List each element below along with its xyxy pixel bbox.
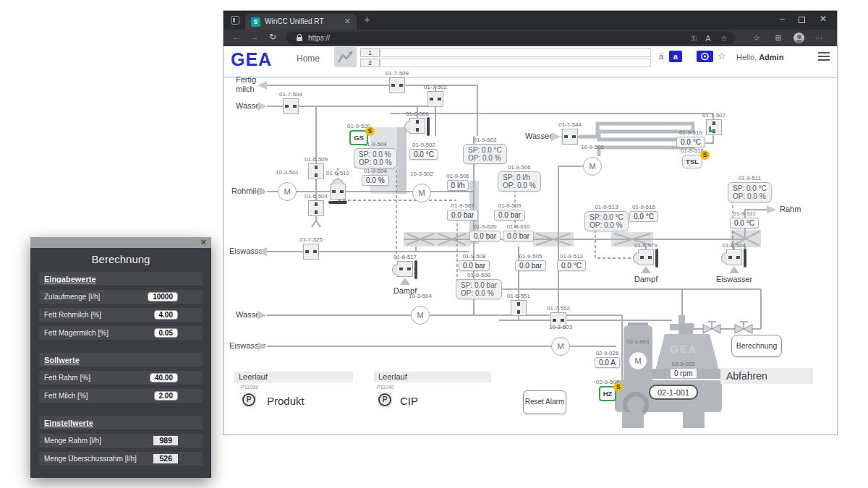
valve-01-7-507[interactable]: 01-7-507: [706, 119, 722, 135]
nav-home[interactable]: Home: [297, 53, 320, 64]
valve-01-7-544[interactable]: 01-7-544: [562, 129, 578, 145]
valve-01-7-502[interactable]: 01-7-502: [427, 91, 443, 107]
new-tab-button[interactable]: +: [364, 13, 370, 25]
instrument-01-9-511[interactable]: 01-9-5110.0 °C: [730, 210, 759, 228]
instrument-value: SP: 0.0 °COP: 0.0 %: [728, 182, 772, 202]
profile-avatar[interactable]: [793, 33, 804, 43]
instrument-01-9-508[interactable]: 01-9-508SP: 0.0 barOP: 0.0 %: [456, 272, 502, 299]
user-greeting: Hello,Admin: [736, 53, 783, 61]
valve-01-6-551[interactable]: 01-6-551: [511, 300, 527, 316]
instrument-01-9-506[interactable]: 01-9-5060 l/h: [446, 173, 469, 191]
back-icon[interactable]: ←: [232, 32, 241, 42]
maximize-button[interactable]: [799, 17, 805, 23]
refresh-icon[interactable]: ↻: [269, 32, 276, 42]
motor-10-3-503[interactable]: M10-3-503: [551, 337, 570, 356]
product-p-icon[interactable]: P: [242, 393, 256, 407]
close-button[interactable]: ✕: [820, 14, 827, 24]
collections-icon[interactable]: ⊞: [773, 33, 783, 43]
instrument-01-9-515[interactable]: 01-9-5150.0 °C: [629, 204, 658, 222]
status-field-separator[interactable]: Abfahren: [720, 368, 813, 384]
dialog-value-input[interactable]: 40.00: [150, 373, 178, 382]
instrument-tag: 01-9-506: [446, 173, 469, 179]
instrument-01-9-513[interactable]: 01-9-513SP: 0.0 °COP: 0.0 %: [584, 204, 629, 231]
dialog-section-heading: Einstellwerte: [39, 416, 203, 429]
status-box-01-9-516[interactable]: 01-9-516TSLS: [681, 147, 704, 168]
motor-10-3-501[interactable]: M10-3-501: [278, 182, 297, 201]
instrument-01-9-507[interactable]: 01-9-5070.0 bar: [447, 202, 478, 221]
instrument-01-9-610[interactable]: 01-9-6100.0 bar: [503, 223, 534, 241]
tab-actions-icon[interactable]: [231, 16, 239, 25]
valve-01-6-510[interactable]: 01-6-510: [330, 184, 346, 200]
separator-nameplate[interactable]: 02-1-001: [649, 385, 698, 400]
trend-button[interactable]: [334, 47, 357, 67]
browser-tab[interactable]: S WinCC Unified RT ✕: [245, 14, 357, 30]
instrument-02-9-026[interactable]: 02-9-0260.0 A: [595, 350, 620, 368]
motor-02-1-001[interactable]: M02-1-001: [629, 351, 647, 370]
instrument-01-9-506[interactable]: 01-9-506SP: 0 l/hOP: 0.0 %: [498, 164, 541, 192]
dialog-value-input[interactable]: 10000: [148, 292, 178, 301]
status-box-02-9-501[interactable]: 02-9-501HZS: [596, 379, 619, 401]
instrument-02-9-022[interactable]: 02-9-0220 rpm: [670, 361, 697, 379]
instrument-01-9-509[interactable]: 01-9-5090.0 bar: [494, 202, 525, 221]
read-aloud-icon[interactable]: A: [703, 33, 713, 43]
instrument-01-9-502[interactable]: 01-9-502SP: 0.0 °COP: 0.0 %: [463, 137, 507, 164]
instrument-01-9-513[interactable]: 01-9-5130.0 °C: [557, 253, 586, 271]
tab-close-icon[interactable]: ✕: [344, 17, 351, 26]
valve-01-6-509[interactable]: 01-6-509: [308, 163, 324, 179]
valve-01-6-579[interactable]: 01-6-579Dampf: [638, 249, 654, 265]
instrument-tag: 01-9-505: [519, 253, 542, 260]
dialog-value-input[interactable]: 4.00: [154, 310, 178, 320]
cip-tag: P11040: [377, 385, 394, 390]
forward-icon[interactable]: →: [250, 32, 259, 42]
alarm-row-1-index[interactable]: 1: [360, 48, 380, 57]
minimize-button[interactable]: –: [780, 14, 785, 24]
instrument-01-9-504[interactable]: 01-9-5040.0 %: [362, 168, 389, 186]
alarm-row-1[interactable]: [380, 48, 651, 57]
instrument-value: SP: 0 l/hOP: 0.0 %: [498, 171, 541, 192]
dialog-value-input[interactable]: 2.00: [154, 391, 178, 401]
instrument-01-9-516[interactable]: 01-9-5160.0 °C: [676, 129, 705, 147]
menu-icon[interactable]: [818, 52, 830, 63]
berechnung-button[interactable]: Berechnung: [731, 335, 782, 357]
instrument-tag: 02-9-022: [672, 361, 695, 367]
status-box-01-9-520[interactable]: 01-9-520GSS: [347, 123, 370, 145]
motor-10-9-502[interactable]: M10-9-502: [583, 157, 602, 176]
instrument-01-9-502[interactable]: 01-9-5020.0 °C: [409, 142, 438, 160]
lock-icon: [297, 37, 302, 41]
favorites-bar-icon[interactable]: ☆: [752, 33, 762, 43]
dialog-close-icon[interactable]: ✕: [200, 238, 207, 247]
instrument-01-9-620[interactable]: 01-9-6200.0 bar: [469, 223, 501, 241]
motor-10-3-504[interactable]: M10-3-504: [411, 306, 430, 325]
status-field-product[interactable]: Leerlauf: [234, 372, 353, 382]
tab-title: WinCC Unified RT: [265, 17, 324, 25]
instrument-01-9-505[interactable]: 01-9-5050.0 bar: [515, 253, 546, 271]
reset-alarm-button[interactable]: Reset Alarm: [523, 390, 566, 414]
dialog-section-heading: Sollwerte: [39, 353, 203, 367]
favorites-star-icon[interactable]: ☆: [718, 51, 726, 61]
motor-10-3-502[interactable]: M10-3-502: [412, 184, 431, 202]
instrument-01-9-511[interactable]: 01-9-511SP: 0.0 °COP: 0.0 %: [728, 175, 772, 202]
settings-menu-icon[interactable]: ⋯: [814, 33, 824, 43]
valve-01-6-524[interactable]: 01-6-524Eiswasser: [726, 249, 742, 265]
valve-01-7-525[interactable]: 01-7-525: [303, 244, 319, 260]
status-field-cip[interactable]: Leerlauf: [374, 372, 491, 382]
language-badge[interactable]: a: [669, 51, 682, 62]
dialog-row-label: Fett Milch [%]: [39, 392, 88, 400]
valve-01-6-506[interactable]: 01-6-506: [409, 118, 425, 134]
valve-01-7-504[interactable]: 01-7-504: [283, 98, 299, 114]
valve-seat-mark: [399, 84, 403, 87]
valve-01-7-509[interactable]: 01-7-509: [389, 77, 405, 93]
dialog-titlebar[interactable]: ✕: [30, 237, 211, 248]
alarm-row-2[interactable]: [380, 59, 651, 67]
address-bar[interactable]: https:// ⚿ A ☆: [286, 32, 735, 44]
instrument-01-9-508[interactable]: 01-9-5080.0 bar: [459, 253, 490, 271]
password-key-icon[interactable]: ⚿: [689, 33, 699, 43]
media-inlet-icon: [729, 266, 739, 273]
favorite-star-icon[interactable]: ☆: [719, 33, 729, 43]
valve-01-6-517[interactable]: 01-6-517Dampf: [397, 261, 413, 277]
cip-p-icon[interactable]: P: [378, 393, 392, 407]
runtime-status-icon[interactable]: [697, 51, 713, 62]
alarm-row-2-index[interactable]: 2: [360, 59, 380, 67]
valve-01-6-504[interactable]: 01-6-504: [308, 200, 324, 216]
dialog-value-input[interactable]: 0.05: [154, 328, 178, 338]
